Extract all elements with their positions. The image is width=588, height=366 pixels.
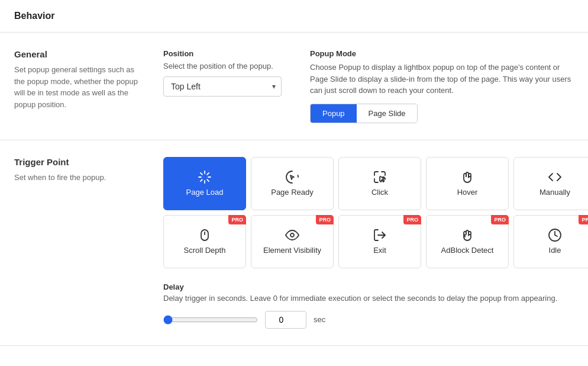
mouse-icon	[198, 228, 212, 242]
position-block: Position Select the position of the popu…	[163, 49, 282, 123]
trigger-label-adblock: AdBlock Detect	[441, 246, 494, 255]
delay-label: Delay	[163, 282, 588, 291]
trigger-card-page-load[interactable]: Page Load	[163, 157, 246, 210]
popup-mode-toggle-group: Popup Page Slide	[310, 104, 418, 123]
page-slide-btn[interactable]: Page Slide	[357, 104, 418, 123]
trigger-grid: Page Load Page Ready Click	[163, 157, 588, 329]
trigger-label-click: Click	[371, 188, 388, 197]
delay-slider[interactable]	[163, 315, 258, 325]
trigger-card-idle[interactable]: PRO Idle	[513, 215, 588, 268]
clock-icon	[548, 228, 562, 242]
trigger-label-hover: Hover	[457, 188, 478, 197]
position-label: Position	[163, 49, 282, 58]
delay-unit: sec	[314, 315, 325, 324]
pro-badge-element: PRO	[316, 215, 334, 225]
hand-stop-icon	[460, 228, 474, 242]
trigger-card-scroll-depth[interactable]: PRO Scroll Depth	[163, 215, 246, 268]
pro-badge-scroll: PRO	[228, 215, 246, 225]
general-section: General Set popup general settings such …	[0, 33, 588, 140]
pro-badge-exit: PRO	[403, 215, 421, 225]
delay-sublabel: Delay trigger in seconds. Leave 0 for im…	[163, 294, 588, 303]
general-content: Position Select the position of the popu…	[163, 49, 574, 123]
trigger-card-element-visibility[interactable]: PRO Element Visibility	[251, 215, 334, 268]
trigger-section: Trigger Point Set when to fire the popup…	[0, 140, 588, 346]
trigger-description: Set when to fire the popup.	[14, 172, 144, 184]
popup-mode-description: Choose Popup to display a lightbox popup…	[310, 62, 574, 97]
pro-badge-adblock: PRO	[491, 215, 509, 225]
svg-point-2	[290, 233, 294, 237]
trigger-label-exit: Exit	[373, 246, 386, 255]
eye-icon	[285, 228, 299, 242]
popup-mode-block: Popup Mode Choose Popup to display a lig…	[310, 49, 574, 123]
trigger-label-element-visibility: Element Visibility	[263, 246, 321, 255]
trigger-label-manually: Manually	[539, 188, 570, 197]
trigger-card-exit[interactable]: PRO Exit	[338, 215, 421, 268]
cursor-load-icon	[285, 170, 299, 184]
general-description: Set popup general settings such as the p…	[14, 64, 144, 110]
code-icon	[548, 170, 562, 184]
cursor-click-icon	[373, 170, 387, 184]
popup-mode-label: Popup Mode	[310, 49, 574, 58]
trigger-heading: Trigger Point	[14, 157, 144, 167]
general-heading: General	[14, 49, 144, 59]
exit-box-icon	[373, 228, 387, 242]
svg-rect-0	[201, 230, 208, 240]
spinner-icon	[198, 170, 212, 184]
page-header: Behavior	[0, 0, 588, 33]
page-title: Behavior	[14, 11, 54, 21]
trigger-row-1: Page Load Page Ready Click	[163, 157, 588, 210]
trigger-card-manually[interactable]: Manually	[513, 157, 588, 210]
delay-control: sec	[163, 311, 588, 329]
trigger-row-2: PRO Scroll Depth PRO Element Visibility …	[163, 215, 588, 268]
trigger-label-idle: Idle	[549, 246, 561, 255]
pro-badge-idle: PRO	[579, 215, 588, 225]
position-select[interactable]: Top Left Top Right Bottom Left Bottom Ri…	[163, 76, 282, 97]
trigger-card-hover[interactable]: Hover	[426, 157, 509, 210]
position-select-wrapper: Top Left Top Right Bottom Left Bottom Ri…	[163, 76, 282, 97]
delay-block: Delay Delay trigger in seconds. Leave 0 …	[163, 273, 588, 329]
popup-btn[interactable]: Popup	[311, 104, 357, 123]
trigger-label-block: Trigger Point Set when to fire the popup…	[14, 157, 144, 329]
trigger-card-click[interactable]: Click	[338, 157, 421, 210]
position-sublabel: Select the position of the popup.	[163, 62, 282, 70]
trigger-card-page-ready[interactable]: Page Ready	[251, 157, 334, 210]
trigger-card-adblock[interactable]: PRO AdBlock Detect	[426, 215, 509, 268]
trigger-label-scroll-depth: Scroll Depth	[184, 246, 226, 255]
hand-hover-icon	[460, 170, 474, 184]
delay-input[interactable]	[265, 311, 306, 329]
trigger-label-page-ready: Page Ready	[271, 188, 314, 197]
trigger-label-page-load: Page Load	[186, 188, 224, 197]
general-label-block: General Set popup general settings such …	[14, 49, 144, 123]
